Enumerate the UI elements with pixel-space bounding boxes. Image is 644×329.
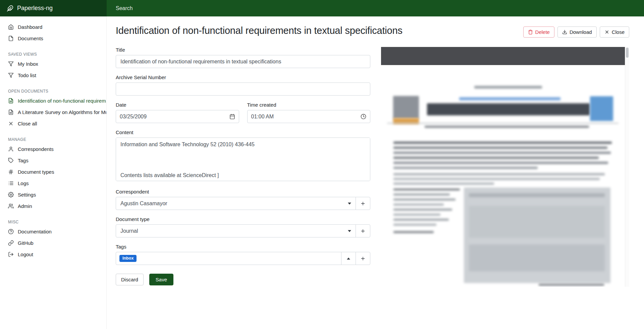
pdf-scrollbar[interactable] [625,47,629,287]
sidebar-item-tags[interactable]: Tags [0,155,106,166]
add-document-type-button[interactable] [356,224,370,237]
download-button[interactable]: Download [557,26,597,38]
sidebar-item-github[interactable]: GitHub [0,237,106,249]
blurred-text-line [393,167,538,169]
document-actions: Delete Download Close [523,26,629,38]
date-input[interactable] [120,114,229,120]
correspondent-selected-value: Agustin Casamayor [120,201,167,207]
sidebar-item-admin[interactable]: Admin [0,200,106,212]
sidebar: Dashboard Documents SAVED VIEWS My Inbox… [0,16,107,329]
sidebar-item-document-types[interactable]: Document types [0,166,106,177]
sidebar-item-documentation[interactable]: Documentation [0,226,106,237]
blurred-text-line [393,152,611,154]
sidebar-item-dashboard[interactable]: Dashboard [0,21,106,33]
tag-chip-inbox[interactable]: Inbox [119,255,137,262]
blurred-text-line [393,157,599,159]
plus-icon [360,256,366,261]
sidebar-item-documents[interactable]: Documents [0,33,106,44]
tag-icon [8,158,14,163]
clock-icon[interactable] [361,114,366,119]
trash-icon [528,30,533,35]
time-created-label: Time created [247,102,371,108]
blurred-text-line [393,204,444,206]
sidebar-item-settings[interactable]: Settings [0,189,106,200]
title-label: Title [116,47,370,53]
blurred-figure-row [469,193,605,197]
blurred-text-line [393,219,449,221]
sidebar-item-correspondents[interactable]: Correspondents [0,143,106,155]
close-button[interactable]: Close [600,26,629,38]
blurred-text-line [474,86,542,89]
title-input[interactable] [116,55,370,68]
users-icon [8,203,14,209]
chevron-down-icon [348,230,351,232]
saved-views-heading: SAVED VIEWS [0,49,106,58]
document-edit-form: Title Archive Serial Number Date [116,47,370,285]
pdf-scrollbar-thumb[interactable] [626,48,629,58]
sidebar-open-document-1[interactable]: Identification of non-functional require… [0,95,106,106]
link-icon [8,240,14,246]
blurred-text-line [393,199,455,201]
close-icon [8,121,14,126]
blurred-journal-cover [393,96,419,119]
close-icon [604,30,609,35]
calendar-icon[interactable] [229,114,235,119]
document-type-selected-value: Journal [120,228,138,234]
correspondent-select[interactable]: Agustin Casamayor [116,197,356,210]
app-brand[interactable]: Paperless-ng [0,0,107,16]
blurred-text-line [393,224,436,226]
plus-icon [360,228,366,234]
content-label: Content [116,129,370,135]
sidebar-item-close-all[interactable]: Close all [0,118,106,129]
delete-button[interactable]: Delete [523,26,554,38]
blurred-text-line [393,162,608,164]
tags-input[interactable]: Inbox [116,252,341,265]
sidebar-item-my-inbox[interactable]: My Inbox [0,58,106,69]
discard-button[interactable]: Discard [116,274,144,285]
time-created-input[interactable] [251,114,361,120]
document-type-select[interactable]: Journal [116,224,356,237]
save-button[interactable]: Save [149,274,173,285]
blurred-title-block [427,103,590,115]
blurred-text-line [393,147,607,149]
plus-icon [360,201,366,206]
download-icon [562,30,567,35]
tags-label: Tags [116,244,370,250]
blurred-divider [387,123,619,124]
search-input[interactable] [116,5,351,11]
blurred-text-line [393,209,452,211]
add-tag-button[interactable] [356,252,370,265]
blurred-text-line [393,188,460,190]
list-icon [8,180,14,186]
blurred-text-line [393,173,605,175]
sidebar-item-todo-list[interactable]: Todo list [0,69,106,81]
time-created-field [247,110,371,123]
gear-icon [8,192,14,198]
caret-up-icon [347,258,350,260]
add-correspondent-button[interactable] [356,197,370,210]
content-textarea[interactable]: Information and Software Technology 52 (… [116,138,370,181]
date-label: Date [116,102,239,108]
page-title: Identification of non-functional require… [116,24,402,36]
home-icon [8,24,14,30]
blurred-text-line [393,142,612,144]
pdf-page[interactable] [381,65,625,287]
sidebar-open-document-2[interactable]: A Literature Survey on Algorithms for Mu… [0,106,106,118]
tags-dropdown-button[interactable] [341,252,356,265]
top-bar: Paperless-ng [0,0,644,16]
blurred-figure-row [469,206,605,238]
archive-serial-number-input[interactable] [116,83,370,96]
file-text-icon [8,109,14,115]
document-type-label: Document type [116,216,370,222]
help-icon [8,229,14,234]
blurred-text-line [393,231,434,233]
file-text-icon [8,98,14,104]
blurred-text-line [425,126,589,128]
blurred-text-line [393,194,450,196]
logout-icon [8,252,14,257]
sidebar-item-logout[interactable]: Logout [0,249,106,260]
file-icon [8,36,14,41]
blurred-text-line [393,182,494,185]
sidebar-item-logs[interactable]: Logs [0,177,106,189]
pdf-viewer-toolbar [381,47,625,65]
